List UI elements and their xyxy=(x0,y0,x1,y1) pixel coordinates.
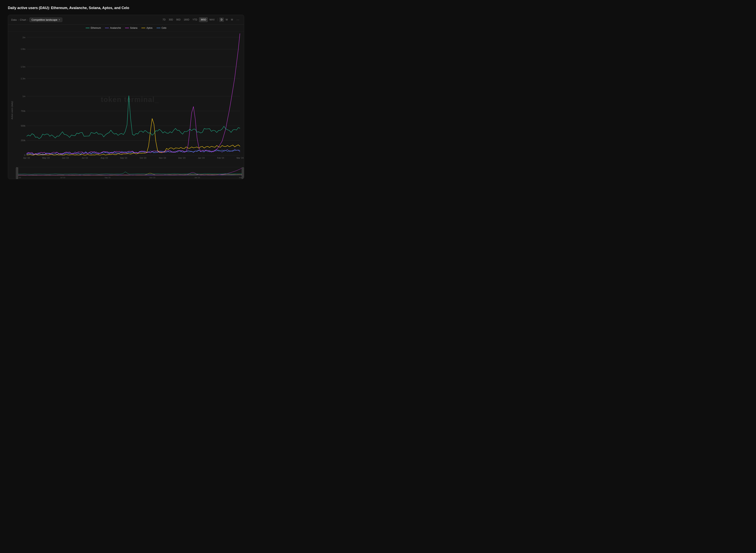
time-button-group: 7D30D90D180DYTD365DMAX xyxy=(161,17,216,22)
legend-item-celo[interactable]: Celo xyxy=(157,26,167,29)
svg-text:2m: 2m xyxy=(22,36,25,38)
more-options-button[interactable]: ··· xyxy=(235,17,241,22)
svg-text:Oct '23: Oct '23 xyxy=(140,157,147,159)
svg-text:750k: 750k xyxy=(21,110,25,112)
svg-text:Jun '23: Jun '23 xyxy=(62,157,69,159)
interval-btn-w[interactable]: W xyxy=(224,17,229,22)
y-axis-label: Active users (daily) xyxy=(8,33,16,179)
svg-text:Apr '23: Apr '23 xyxy=(23,157,30,159)
chart-svg-wrapper: token terminal_ 0250k500k750k1m1.3m1.5m1… xyxy=(16,33,244,166)
toolbar-breadcrumbs: Data › Chart › Competitive landscape ▼ xyxy=(11,17,62,22)
svg-text:Sep '23: Sep '23 xyxy=(120,157,127,159)
legend-item-ethereum[interactable]: Ethereum xyxy=(86,26,101,29)
legend-item-avalanche[interactable]: Avalanche xyxy=(105,26,121,29)
svg-text:0: 0 xyxy=(24,154,25,156)
legend-line-ethereum xyxy=(86,28,90,28)
time-btn-max[interactable]: MAX xyxy=(208,17,216,22)
svg-text:1m: 1m xyxy=(22,95,25,97)
breadcrumb-competitive-landscape[interactable]: Competitive landscape ▼ xyxy=(29,17,62,22)
time-btn-90d[interactable]: 90D xyxy=(175,17,182,22)
svg-text:Nov '23: Nov '23 xyxy=(159,157,166,159)
svg-text:500k: 500k xyxy=(21,125,25,127)
toolbar: Data › Chart › Competitive landscape ▼ 7… xyxy=(8,15,244,25)
page-title: Daily active users (DAU): Ethereum, Aval… xyxy=(8,6,244,10)
svg-text:Feb '24: Feb '24 xyxy=(217,157,224,159)
chart-area: Active users (daily) token terminal_ 025… xyxy=(8,31,244,179)
legend-line-aptos xyxy=(141,28,145,28)
navigator-handle-right[interactable] xyxy=(242,167,244,179)
svg-text:1.8m: 1.8m xyxy=(21,48,25,50)
time-btn-180d[interactable]: 180D xyxy=(182,17,191,22)
svg-text:May '23: May '23 xyxy=(42,157,50,159)
svg-text:1.3m: 1.3m xyxy=(21,77,25,80)
legend-label-avalanche: Avalanche xyxy=(110,26,121,29)
toolbar-controls: 7D30D90D180DYTD365DMAX DWM ··· xyxy=(161,17,241,22)
time-btn-365d[interactable]: 365D xyxy=(199,17,208,22)
svg-text:Dec '23: Dec '23 xyxy=(178,157,185,159)
svg-text:Jul '23: Jul '23 xyxy=(82,157,88,159)
toolbar-divider xyxy=(218,18,218,21)
time-btn-30d[interactable]: 30D xyxy=(167,17,174,22)
chart-grid: 0250k500k750k1m1.3m1.5m1.8m2m xyxy=(21,36,240,157)
legend-label-aptos: Aptos xyxy=(147,26,153,29)
legend-line-avalanche xyxy=(105,28,109,28)
legend-label-solana: Solana xyxy=(130,26,138,29)
chart-legend: Ethereum Avalanche Solana Aptos Celo xyxy=(8,25,244,31)
time-btn-7d[interactable]: 7D xyxy=(161,17,167,22)
breadcrumb-sep-1: › xyxy=(18,18,18,21)
legend-item-solana[interactable]: Solana xyxy=(125,26,138,29)
breadcrumb-chart[interactable]: Chart xyxy=(20,18,26,21)
breadcrumb-data[interactable]: Data xyxy=(11,18,16,21)
legend-line-solana xyxy=(125,28,129,28)
chevron-down-icon: ▼ xyxy=(58,19,60,21)
x-axis-ticks: Apr '23May '23Jun '23Jul '23Aug '23Sep '… xyxy=(23,157,244,159)
interval-btn-d[interactable]: D xyxy=(219,17,224,22)
svg-text:Aug '23: Aug '23 xyxy=(101,157,108,159)
legend-label-ethereum: Ethereum xyxy=(91,26,101,29)
svg-text:1.5m: 1.5m xyxy=(21,66,25,68)
svg-text:Jan '24: Jan '24 xyxy=(198,157,204,159)
breadcrumb-sep-2: › xyxy=(27,18,28,21)
chart-navigator: May '23Jul '23Sep '23Nov '23Jan '24Mar '… xyxy=(16,167,244,179)
navigator-selection[interactable] xyxy=(18,167,242,179)
svg-text:250k: 250k xyxy=(21,139,25,142)
legend-item-aptos[interactable]: Aptos xyxy=(141,26,153,29)
legend-line-celo xyxy=(157,28,160,28)
page-wrapper: Daily active users (DAU): Ethereum, Aval… xyxy=(0,0,252,183)
navigator-handle-left[interactable] xyxy=(16,167,18,179)
interval-button-group: DWM xyxy=(219,17,234,22)
chart-data-lines xyxy=(26,33,240,155)
time-btn-ytd[interactable]: YTD xyxy=(191,17,199,22)
chart-inner: token terminal_ 0250k500k750k1m1.3m1.5m1… xyxy=(16,33,244,179)
chart-container: Data › Chart › Competitive landscape ▼ 7… xyxy=(8,15,244,179)
legend-label-celo: Celo xyxy=(162,26,167,29)
interval-btn-m[interactable]: M xyxy=(230,17,234,22)
svg-text:Mar '24: Mar '24 xyxy=(237,157,244,159)
chart-svg: 0250k500k750k1m1.3m1.5m1.8m2m Apr '23May… xyxy=(16,33,244,165)
